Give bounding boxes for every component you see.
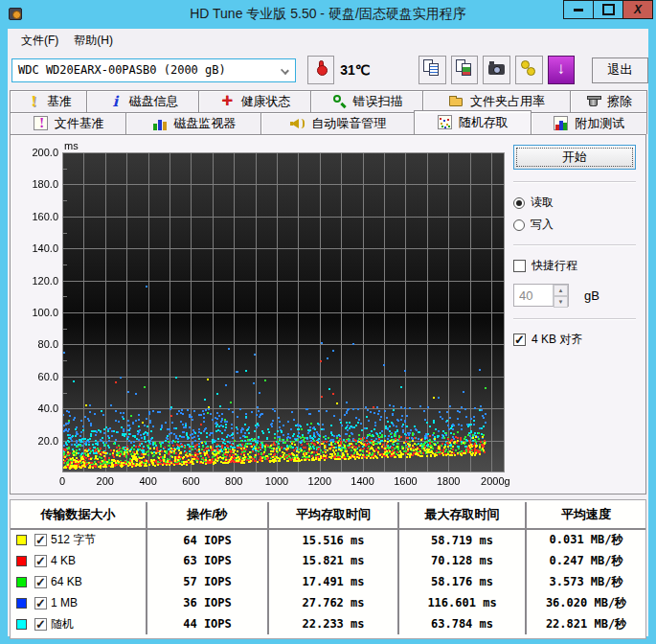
folder-usage-icon <box>448 94 465 109</box>
random-access-scatter-chart <box>18 139 510 490</box>
file-benchmark-icon <box>33 116 50 131</box>
series-checkbox[interactable] <box>34 555 47 567</box>
results-table-box: 传输数据大小操作/秒平均存取时间最大存取时间平均速度 512 字节64 IOPS… <box>10 499 646 639</box>
series-color-swatch <box>16 556 27 566</box>
series-label: 1 MB <box>51 596 78 610</box>
value-cell: 0.247 MB/秒 <box>526 550 645 571</box>
menu-bar: 文件(F)帮助(H) <box>8 29 648 52</box>
close-icon <box>634 3 642 16</box>
value-cell: 15.821 ms <box>268 550 398 571</box>
tab-label: 附加测试 <box>575 115 624 132</box>
drive-select[interactable]: WDC WD20EARX-00PASB0 (2000 gB) <box>11 58 296 82</box>
menu-item[interactable]: 帮助(H) <box>66 30 121 52</box>
maximize-button[interactable] <box>593 0 623 19</box>
disk-info-icon <box>107 94 124 109</box>
close-button[interactable] <box>622 0 653 19</box>
tab-label: 健康状态 <box>241 93 291 110</box>
client-area: 文件(F)帮助(H) WDC WD20EARX-00PASB0 (2000 gB… <box>8 29 648 636</box>
value-cell: 70.128 ms <box>398 550 526 571</box>
caption-buttons <box>564 0 653 19</box>
copy-image-button[interactable] <box>451 56 479 84</box>
aam-icon <box>289 116 306 131</box>
copy-text-button[interactable] <box>418 56 446 84</box>
series-label: 4 KB <box>51 554 76 567</box>
results-table: 传输数据大小操作/秒平均存取时间最大存取时间平均速度 512 字节64 IOPS… <box>11 502 645 634</box>
value-cell: 22.233 ms <box>268 613 398 634</box>
short-stroke-label: 快捷行程 <box>532 258 577 274</box>
read-radio[interactable]: 读取 <box>513 195 636 211</box>
value-cell: 116.601 ms <box>398 592 526 613</box>
series-color-swatch <box>16 619 27 630</box>
series-checkbox[interactable] <box>34 618 47 631</box>
value-cell: 17.491 ms <box>268 571 398 592</box>
value-cell: 58.719 ms <box>398 529 526 550</box>
tab-aam[interactable]: 自动噪音管理 <box>260 112 415 134</box>
tab-benchmark[interactable]: 基准 <box>10 90 87 112</box>
spin-up-icon[interactable]: ▲ <box>554 285 568 296</box>
separator <box>513 244 636 246</box>
value-cell: 64 IOPS <box>147 529 268 550</box>
value-cell: 58.176 ms <box>398 571 526 592</box>
series-label: 随机 <box>51 616 74 632</box>
tab-label: 自动噪音管理 <box>311 115 386 132</box>
write-radio-label: 写入 <box>531 217 554 233</box>
tab-error-scan[interactable]: 错误扫描 <box>310 90 423 112</box>
test-controls-panel: 开始 读取 写入 快捷行程 <box>513 145 636 354</box>
spinner-buttons: ▲ ▼ <box>553 285 568 306</box>
column-header: 操作/秒 <box>147 502 268 529</box>
series-checkbox[interactable] <box>34 534 47 546</box>
value-cell: 36 IOPS <box>147 592 268 613</box>
radio-icon <box>513 219 525 231</box>
toolbar: WDC WD20EARX-00PASB0 (2000 gB) 31℃ 退出 <box>8 52 648 88</box>
series-checkbox[interactable] <box>34 576 47 588</box>
temperature-value: 31℃ <box>340 62 370 78</box>
disk-monitor-icon <box>151 116 169 131</box>
tab-folder-usage[interactable]: 文件夹占用率 <box>422 90 571 112</box>
tab-disk-monitor[interactable]: 磁盘监视器 <box>125 112 261 134</box>
benchmark-icon <box>25 94 42 109</box>
tab-file-benchmark[interactable]: 文件基准 <box>10 112 126 134</box>
value-cell: 44 IOPS <box>147 613 268 634</box>
series-checkbox[interactable] <box>34 597 47 610</box>
value-cell: 3.573 MB/秒 <box>526 571 645 592</box>
tab-health[interactable]: 健康状态 <box>198 90 311 112</box>
spin-down-icon[interactable]: ▼ <box>554 296 568 308</box>
tab-label: 文件基准 <box>55 115 104 132</box>
chart-area <box>18 139 510 490</box>
tab-random-access[interactable]: 随机存取 <box>414 110 531 134</box>
title-bar: HD Tune 专业版 5.50 - 硬盘/固态硬盘实用程序 <box>0 0 656 29</box>
random-access-icon <box>437 115 454 130</box>
value-cell: 63.784 ms <box>398 613 526 634</box>
table-row: 随机44 IOPS22.233 ms63.784 ms22.821 MB/秒 <box>11 613 645 634</box>
tab-label: 擦除 <box>607 93 632 110</box>
capacity-input[interactable] <box>514 285 553 306</box>
tab-erase[interactable]: 擦除 <box>570 90 647 112</box>
capacity-unit-label: gB <box>584 288 599 303</box>
column-header: 平均存取时间 <box>268 502 398 529</box>
start-button[interactable]: 开始 <box>513 145 636 170</box>
donate-button[interactable] <box>515 56 543 84</box>
tab-label: 磁盘监视器 <box>173 115 236 132</box>
write-radio[interactable]: 写入 <box>513 217 636 233</box>
4kb-align-label: 4 KB 对齐 <box>532 332 582 348</box>
capacity-spinner: ▲ ▼ gB <box>513 284 636 307</box>
column-header: 传输数据大小 <box>11 502 147 529</box>
short-stroke-checkbox[interactable]: 快捷行程 <box>513 258 636 274</box>
screenshot-button[interactable] <box>483 56 510 84</box>
series-label: 512 字节 <box>51 532 96 548</box>
exit-button[interactable]: 退出 <box>592 58 648 83</box>
4kb-align-checkbox[interactable]: 4 KB 对齐 <box>513 332 636 348</box>
update-button[interactable] <box>548 56 576 84</box>
table-row: 512 字节64 IOPS15.516 ms58.719 ms0.031 MB/… <box>11 529 645 550</box>
value-cell: 22.821 MB/秒 <box>526 613 645 634</box>
menu-item[interactable]: 文件(F) <box>13 30 66 52</box>
tab-extra-tests[interactable]: 附加测试 <box>531 112 647 134</box>
tab-disk-info[interactable]: 磁盘信息 <box>86 90 199 112</box>
temperature-button[interactable] <box>307 56 335 84</box>
minimize-button[interactable] <box>563 0 594 19</box>
error-scan-icon <box>331 94 349 109</box>
thermometer-icon <box>319 60 324 73</box>
value-cell: 0.031 MB/秒 <box>526 529 645 550</box>
random-access-page: 开始 读取 写入 快捷行程 <box>10 134 646 494</box>
table-row: 4 KB63 IOPS15.821 ms70.128 ms0.247 MB/秒 <box>11 550 645 571</box>
